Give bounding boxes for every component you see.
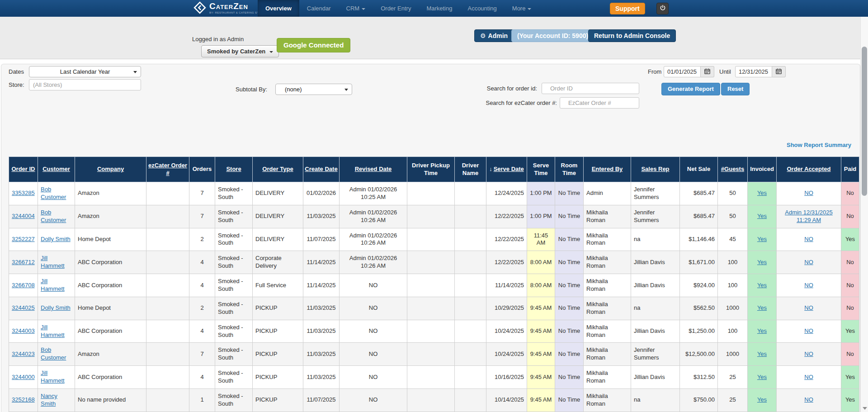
accepted-link[interactable]: NO: [804, 259, 813, 265]
table-row: 3244000Jill HammettABC Corporation4Smoke…: [9, 366, 859, 389]
from-date-input[interactable]: [664, 66, 701, 77]
customer-link[interactable]: Bob Customer: [41, 186, 66, 200]
invoiced-link[interactable]: Yes: [757, 282, 767, 289]
store-dropdown-button[interactable]: Smoked by CaterZen: [201, 45, 279, 57]
caterzen-diamond-icon: [193, 1, 206, 14]
admin-button[interactable]: ⚙Admin: [474, 29, 514, 42]
column-header-company[interactable]: Company: [75, 157, 146, 182]
show-report-summary-link[interactable]: Show Report Summary: [787, 142, 851, 148]
store-cell: Smoked - South: [215, 228, 253, 251]
customer-link[interactable]: Jill Hammett: [41, 278, 65, 292]
invoiced-link[interactable]: Yes: [757, 350, 767, 357]
nav-item-crm[interactable]: CRM: [339, 0, 373, 17]
column-header-order_type[interactable]: Order Type: [253, 157, 303, 182]
order_id-link[interactable]: 3353285: [12, 189, 35, 196]
column-header-create_date[interactable]: Create Date: [303, 157, 340, 182]
return-admin-console-button[interactable]: Return to Admin Console: [588, 29, 676, 42]
column-header-store[interactable]: Store: [215, 157, 253, 182]
invoiced-link[interactable]: Yes: [757, 189, 767, 196]
account-id-button[interactable]: (Your Account ID: 5900): [511, 29, 594, 42]
invoiced-cell: Yes: [748, 205, 777, 228]
invoiced-link[interactable]: Yes: [757, 304, 767, 311]
admin-band: Logged in as Admin Smoked by CaterZen Go…: [0, 17, 868, 59]
order_id-link[interactable]: 3266708: [12, 282, 35, 289]
scrollbar-down-arrow[interactable]: [863, 407, 867, 410]
column-header-label: Driver Name: [462, 162, 479, 176]
accepted-link[interactable]: NO: [804, 282, 813, 289]
company-cell: No name provided: [75, 389, 146, 412]
customer-link[interactable]: Nancy Smith: [41, 393, 57, 407]
store-cell: Smoked - South: [215, 366, 253, 389]
order_id-link[interactable]: 3244003: [12, 327, 35, 334]
invoiced-link[interactable]: Yes: [757, 259, 767, 265]
accepted-link[interactable]: NO: [804, 304, 813, 311]
column-header-customer[interactable]: Customer: [38, 157, 75, 182]
column-header-ezcater[interactable]: ezCater Order #: [146, 157, 189, 182]
dates-select[interactable]: Last Calendar Year: [29, 66, 141, 77]
search-order-input[interactable]: [542, 83, 639, 94]
order_type-cell: Full Service: [253, 274, 303, 297]
order_id-link[interactable]: 3252168: [12, 396, 35, 403]
ezcater-cell: [146, 251, 189, 274]
order_id-link[interactable]: 3244025: [12, 304, 35, 311]
invoiced-link[interactable]: Yes: [757, 374, 767, 380]
from-calendar-button[interactable]: [701, 66, 714, 77]
nav-item-calendar[interactable]: Calendar: [299, 0, 339, 17]
customer-link[interactable]: Jill Hammett: [41, 369, 65, 384]
nav-item-order-entry[interactable]: Order Entry: [373, 0, 419, 17]
order_id-link[interactable]: 3244023: [12, 350, 35, 357]
customer-link[interactable]: Jill Hammett: [41, 255, 65, 269]
column-header-sales_rep[interactable]: Sales Rep: [631, 157, 680, 182]
driver_name-cell: [455, 274, 486, 297]
accepted-link[interactable]: NO: [804, 236, 813, 242]
customer-link[interactable]: Dolly Smith: [41, 304, 71, 311]
customer-link[interactable]: Bob Customer: [41, 346, 66, 361]
order_id-link[interactable]: 3252227: [12, 236, 35, 242]
entered_by-cell: Mikhaila Roman: [584, 251, 631, 274]
nav-item-accounting[interactable]: Accounting: [460, 0, 504, 17]
accepted-link[interactable]: NO: [804, 327, 813, 334]
search-ezcater-input[interactable]: [560, 97, 639, 109]
power-button[interactable]: [656, 3, 669, 14]
subtotal-select[interactable]: (none): [275, 84, 352, 95]
accepted-link[interactable]: NO: [804, 350, 813, 357]
customer-link[interactable]: Jill Hammett: [41, 324, 65, 338]
scrollbar-thumb[interactable]: [862, 47, 867, 196]
column-header-accepted[interactable]: Order Accepted: [777, 157, 841, 182]
nav-item-marketing[interactable]: Marketing: [419, 0, 460, 17]
until-date-input[interactable]: [735, 66, 772, 77]
column-header-guests[interactable]: #Guests: [718, 157, 748, 182]
accepted-link[interactable]: NO: [804, 374, 813, 380]
paid-cell: No: [841, 343, 859, 366]
order_id-link[interactable]: 3266712: [12, 259, 35, 265]
order_id-link[interactable]: 3244000: [12, 374, 35, 380]
invoiced-link[interactable]: Yes: [757, 213, 767, 219]
column-header-label: Order Accepted: [787, 166, 830, 172]
accepted-link[interactable]: Admin 12/31/2025 11:29 AM: [785, 209, 833, 223]
column-header-revised_date[interactable]: Revised Date: [340, 157, 407, 182]
driver_name-cell: [455, 228, 486, 251]
invoiced-link[interactable]: Yes: [757, 236, 767, 242]
driver_name-cell: [455, 205, 486, 228]
order_id-link[interactable]: 3244004: [12, 213, 35, 219]
google-connected-button[interactable]: Google Connected: [277, 38, 350, 52]
column-header-label: Create Date: [305, 166, 337, 172]
customer-link[interactable]: Dolly Smith: [41, 236, 71, 242]
customer-link[interactable]: Bob Customer: [41, 209, 66, 223]
column-header-entered_by[interactable]: Entered By: [584, 157, 631, 182]
until-calendar-button[interactable]: [772, 66, 786, 77]
nav-item-overview[interactable]: Overview: [258, 0, 299, 17]
driver_name-cell: [455, 389, 486, 412]
support-button[interactable]: Support: [610, 3, 645, 14]
column-header-order_id[interactable]: Order ID: [9, 157, 38, 182]
reset-button[interactable]: Reset: [721, 83, 750, 95]
company-cell: ABC Corporation: [75, 251, 146, 274]
nav-item-more[interactable]: More: [505, 0, 539, 17]
store-input[interactable]: [29, 79, 141, 90]
accepted-link[interactable]: NO: [804, 189, 813, 196]
generate-report-button[interactable]: Generate Report: [661, 83, 720, 95]
invoiced-link[interactable]: Yes: [757, 396, 767, 403]
accepted-link[interactable]: NO: [804, 396, 813, 403]
invoiced-link[interactable]: Yes: [757, 327, 767, 334]
column-header-serve_date[interactable]: ↓Serve Date: [486, 157, 527, 182]
